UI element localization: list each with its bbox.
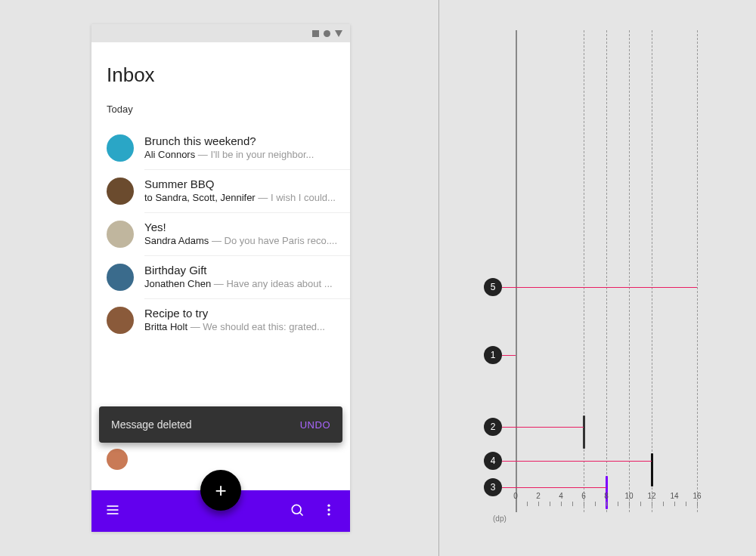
list-item-title: Birthday Gift: [144, 264, 338, 276]
callout-line: [502, 487, 606, 488]
avatar: [107, 134, 134, 162]
list-item[interactable]: Birthday GiftJonathen Chen — Have any id…: [91, 256, 350, 298]
status-triangle-icon: [335, 30, 342, 37]
tick: [674, 502, 675, 506]
tick: [686, 502, 686, 506]
tick: [572, 502, 573, 506]
list-item[interactable]: Summer BBQto Sandra, Scott, Jennifer — I…: [91, 170, 350, 212]
svg-point-6: [327, 508, 330, 511]
list-item-text: Brunch this weekend?Ali Connors — I'll b…: [144, 134, 338, 160]
list-item-subtitle: Ali Connors — I'll be in your neighbor..…: [144, 149, 338, 160]
tick: [595, 502, 596, 506]
list-item-subtitle: Sandra Adams — Do you have Paris reco...…: [144, 235, 338, 246]
tick-label: 16: [692, 492, 701, 500]
tick-label: 0: [513, 492, 518, 500]
list-item-partial[interactable]: [107, 449, 128, 470]
tick: [516, 502, 516, 506]
list-item-title: Yes!: [144, 221, 338, 233]
tick: [697, 502, 698, 506]
status-circle-icon: [324, 30, 330, 37]
svg-point-3: [292, 505, 301, 514]
message-list: Brunch this weekend?Ali Connors — I'll b…: [91, 127, 350, 341]
list-item-title: Recipe to try: [144, 307, 338, 320]
phone-frame: Inbox Today Brunch this weekend?Ali Conn…: [91, 24, 350, 532]
guide-line: [606, 30, 607, 512]
avatar: [107, 221, 134, 248]
avatar: [107, 264, 134, 291]
snackbar-message: Message deleted: [111, 419, 192, 431]
callout-badge: 5: [484, 278, 502, 296]
tick: [550, 502, 550, 506]
svg-line-4: [300, 512, 303, 515]
tick-label: 4: [559, 492, 563, 500]
guide-line: [697, 30, 698, 512]
snackbar: Message deleted UNDO: [99, 406, 342, 443]
tick-label: 6: [581, 492, 586, 500]
avatar: [107, 178, 134, 205]
callout-badge: 3: [484, 478, 502, 496]
callout-badge: 4: [484, 452, 502, 470]
tick-label: 14: [670, 492, 678, 500]
tick: [640, 502, 641, 506]
elevation-marker: [651, 453, 653, 486]
guide-line: [629, 30, 630, 512]
elevation-diagram: 0246810121416 (dp) 51243: [484, 30, 733, 529]
guide-line: [652, 30, 652, 512]
tick: [561, 502, 562, 506]
tick: [584, 502, 584, 506]
undo-button[interactable]: UNDO: [300, 419, 330, 431]
list-item[interactable]: Recipe to tryBritta Holt — We should eat…: [91, 299, 350, 341]
status-bar: [91, 24, 350, 42]
tick: [652, 502, 652, 506]
section-label: Today: [91, 94, 350, 127]
callout-line: [502, 427, 584, 428]
tick: [538, 502, 539, 506]
avatar: [107, 449, 128, 470]
list-item-text: Summer BBQto Sandra, Scott, Jennifer — I…: [144, 178, 338, 203]
list-item-text: Birthday GiftJonathen Chen — Have any id…: [144, 264, 338, 289]
list-item-text: Yes!Sandra Adams — Do you have Paris rec…: [144, 221, 338, 246]
list-item-subtitle: Britta Holt — We should eat this: grated…: [144, 321, 338, 332]
list-item[interactable]: Brunch this weekend?Ali Connors — I'll b…: [91, 127, 350, 169]
callout-badge: 1: [484, 346, 502, 364]
tick: [527, 502, 528, 506]
page-title: Inbox: [91, 42, 350, 94]
axis-zero-line: [516, 30, 517, 512]
callout-line: [502, 461, 652, 462]
fab-compose[interactable]: +: [200, 470, 241, 511]
search-icon[interactable]: [290, 502, 305, 520]
svg-point-7: [327, 513, 330, 515]
list-item-subtitle: to Sandra, Scott, Jennifer — I wish I co…: [144, 192, 338, 203]
tick-label: 2: [536, 492, 541, 500]
tick: [663, 502, 664, 506]
tick-label: 8: [604, 492, 609, 500]
tick-label: 10: [624, 492, 633, 500]
tick: [606, 502, 607, 506]
tick: [629, 502, 630, 506]
list-item-title: Brunch this weekend?: [144, 134, 338, 147]
axis-unit-label: (dp): [493, 514, 507, 523]
avatar: [107, 307, 134, 334]
list-item-text: Recipe to tryBritta Holt — We should eat…: [144, 307, 338, 332]
elevation-marker: [583, 415, 585, 449]
overflow-icon[interactable]: [321, 502, 336, 520]
callout-badge: 2: [484, 418, 502, 436]
list-item-subtitle: Jonathen Chen — Have any ideas about ...: [144, 278, 338, 289]
list-item-title: Summer BBQ: [144, 178, 338, 190]
status-square-icon: [312, 30, 319, 37]
tick-label: 12: [647, 492, 655, 500]
tick: [618, 502, 618, 506]
panel-divider: [438, 0, 439, 556]
list-item[interactable]: Yes!Sandra Adams — Do you have Paris rec…: [91, 213, 350, 255]
svg-point-5: [327, 504, 330, 506]
callout-line: [502, 355, 516, 356]
callout-line: [502, 287, 697, 288]
menu-icon[interactable]: [105, 502, 120, 520]
